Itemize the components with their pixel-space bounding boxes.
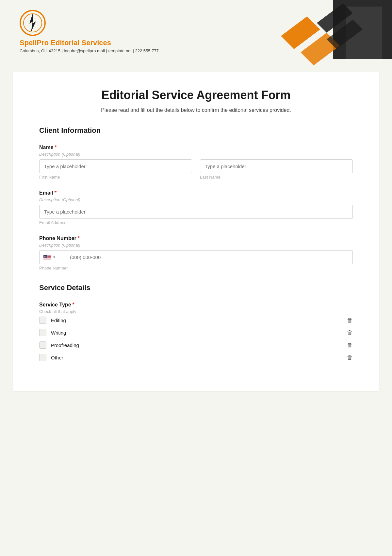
country-chevron-icon: ▾ <box>53 255 55 259</box>
phone-sublabel: Phone Number <box>39 266 353 270</box>
checkbox-left-other: Other: <box>39 354 65 361</box>
checkbox-writing[interactable] <box>39 329 46 336</box>
form-subtitle: Please read and fill out the details bel… <box>39 107 353 113</box>
form-title: Editorial Service Agreement Form <box>39 88 353 102</box>
checkbox-left-proofreading: Proofreading <box>39 341 79 349</box>
name-input-row: First Name Last Name <box>39 159 353 180</box>
header-graphic <box>281 0 392 72</box>
first-name-sublabel: First Name <box>39 175 192 180</box>
checkbox-left-writing: Writing <box>39 329 66 336</box>
checkbox-item-proofreading: Proofreading 🗑 <box>39 341 353 349</box>
phone-row: ★★★ ▾ <box>39 250 353 264</box>
phone-input[interactable] <box>65 250 353 264</box>
phone-required-star: * <box>78 235 80 241</box>
svg-text:★★★: ★★★ <box>44 256 48 258</box>
checkbox-item-editing: Editing 🗑 <box>39 317 353 324</box>
email-description: Description (Optional) <box>39 197 353 202</box>
checkbox-label-editing: Editing <box>51 318 66 323</box>
check-all-apply: Check all that apply <box>39 309 353 314</box>
delete-editing-icon[interactable]: 🗑 <box>347 317 353 324</box>
checkbox-left-editing: Editing <box>39 317 66 324</box>
email-sublabel: Email Address <box>39 220 353 225</box>
brand-contact: Columbus, OH 43215 | inquire@spellpro.ma… <box>20 48 159 53</box>
header: SpellPro Editorial Services Columbus, OH… <box>0 0 392 72</box>
service-type-required-star: * <box>73 302 74 308</box>
last-name-input[interactable] <box>200 159 353 173</box>
email-label: Email * <box>39 190 353 196</box>
section-title-client: Client Information <box>39 126 353 137</box>
name-label: Name * <box>39 145 353 150</box>
service-type-field-group: Service Type * Check all that apply Edit… <box>39 302 353 361</box>
delete-other-icon[interactable]: 🗑 <box>347 354 353 361</box>
country-select[interactable]: ★★★ ▾ <box>39 250 65 264</box>
form-container: Editorial Service Agreement Form Please … <box>13 72 379 391</box>
last-name-sublabel: Last Name <box>200 175 353 180</box>
checkbox-proofreading[interactable] <box>39 341 46 349</box>
section-title-service: Service Details <box>39 284 353 294</box>
last-name-wrapper: Last Name <box>200 159 353 180</box>
service-type-label: Service Type * <box>39 302 353 308</box>
name-description: Description (Optional) <box>39 152 353 157</box>
email-required-star: * <box>55 190 57 196</box>
name-field-group: Name * Description (Optional) First Name… <box>39 145 353 180</box>
checkbox-item-other: Other: 🗑 <box>39 354 353 361</box>
brand-name: SpellPro Editorial Services <box>20 39 111 47</box>
service-details-section: Service Details Service Type * Check all… <box>39 284 353 361</box>
checkbox-label-proofreading: Proofreading <box>51 342 79 348</box>
svg-marker-2 <box>29 14 36 32</box>
first-name-input[interactable] <box>39 159 192 173</box>
phone-description: Description (Optional) <box>39 243 353 248</box>
email-input[interactable] <box>39 205 353 219</box>
phone-field-group: Phone Number * Description (Optional) <box>39 235 353 270</box>
first-name-wrapper: First Name <box>39 159 192 180</box>
checkbox-label-other: Other: <box>51 355 65 360</box>
page: SpellPro Editorial Services Columbus, OH… <box>0 0 392 556</box>
checkbox-list: Editing 🗑 Writing 🗑 <box>39 317 353 361</box>
client-information-section: Client Information Name * Description (O… <box>39 126 353 270</box>
logo-icon <box>20 10 46 36</box>
checkbox-label-writing: Writing <box>51 330 66 336</box>
phone-label: Phone Number * <box>39 235 353 241</box>
delete-writing-icon[interactable]: 🗑 <box>347 329 353 336</box>
email-field-group: Email * Description (Optional) Email Add… <box>39 190 353 225</box>
checkbox-other[interactable] <box>39 354 46 361</box>
name-required-star: * <box>55 145 57 150</box>
checkbox-item-writing: Writing 🗑 <box>39 329 353 336</box>
svg-rect-14 <box>43 258 51 259</box>
delete-proofreading-icon[interactable]: 🗑 <box>347 342 353 349</box>
checkbox-editing[interactable] <box>39 317 46 324</box>
us-flag-icon: ★★★ <box>43 255 51 260</box>
svg-rect-15 <box>43 259 51 259</box>
